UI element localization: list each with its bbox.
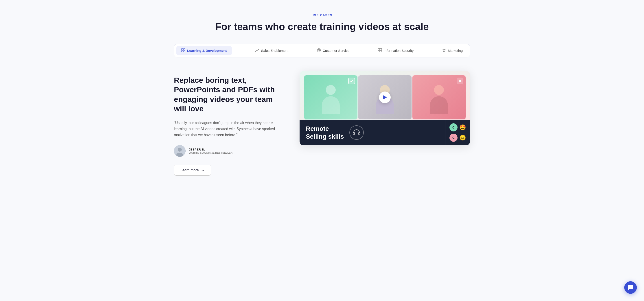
tab-marketing-label: Marketing <box>448 49 463 52</box>
thumbnail-green <box>304 75 358 120</box>
thumbnail-pink <box>412 75 466 120</box>
reaction-emoji-1: 🤩 <box>459 124 466 131</box>
svg-rect-6 <box>319 50 320 51</box>
svg-rect-17 <box>353 132 354 135</box>
svg-marker-11 <box>442 49 446 52</box>
tab-information-security[interactable]: Information Security <box>373 46 418 55</box>
video-bottom: Remote Selling skills <box>300 120 470 145</box>
reaction-circle-1: C <box>450 123 458 131</box>
svg-rect-2 <box>182 50 183 52</box>
video-title-line2: Selling skills <box>306 133 344 140</box>
body-green <box>322 96 340 114</box>
check-badge <box>348 78 355 84</box>
tabs-bar: Learning & Development Sales Enablement … <box>174 44 470 57</box>
learn-more-label: Learn more <box>180 168 199 172</box>
video-title-line1: Remote <box>306 125 344 133</box>
svg-rect-3 <box>184 50 185 52</box>
play-button[interactable] <box>379 91 391 103</box>
reaction-circle-2: C <box>450 134 458 142</box>
svg-point-13 <box>178 148 182 152</box>
section-label: USE CASES <box>174 13 470 17</box>
video-title-area: Remote Selling skills <box>300 120 445 145</box>
tab-sales-label: Sales Enablement <box>261 49 288 52</box>
learning-icon <box>181 48 185 53</box>
svg-rect-1 <box>184 48 185 50</box>
thumbnail-neutral <box>358 75 412 120</box>
customer-icon <box>317 48 321 53</box>
svg-rect-0 <box>182 48 183 50</box>
reaction-row-2: C 😑 <box>450 134 466 142</box>
x-badge <box>457 78 463 84</box>
body-pink <box>430 96 448 114</box>
svg-rect-7 <box>378 48 380 50</box>
chat-icon <box>628 285 634 291</box>
avatar <box>174 145 186 157</box>
testimonial-info: JESPER B. Learning Specialist at BESTSEL… <box>189 148 232 154</box>
video-thumbnails <box>300 71 470 120</box>
marketing-icon <box>442 48 446 53</box>
text-column: Replace boring text, PowerPoints and PDF… <box>174 71 282 176</box>
tab-learning-development[interactable]: Learning & Development <box>176 46 232 55</box>
learn-more-button[interactable]: Learn more → <box>174 165 211 176</box>
tab-learning-label: Learning & Development <box>187 49 227 52</box>
svg-rect-8 <box>380 48 382 50</box>
quote-text: "Usually, our colleagues don't jump in t… <box>174 120 282 138</box>
head-green <box>326 85 336 95</box>
headset-icon <box>350 125 364 140</box>
section-title: For teams who create training videos at … <box>174 21 470 33</box>
testimonial: JESPER B. Learning Specialist at BESTSEL… <box>174 145 282 157</box>
video-title: Remote Selling skills <box>306 125 344 140</box>
arrow-icon: → <box>201 168 205 172</box>
tab-security-label: Information Security <box>384 49 414 52</box>
chat-bubble-button[interactable] <box>624 281 637 294</box>
page-wrapper: USE CASES For teams who create training … <box>165 0 479 194</box>
visual-column: Remote Selling skills <box>300 71 470 145</box>
svg-rect-10 <box>380 50 382 52</box>
testimonial-role: Learning Specialist at BESTSELLER <box>189 151 232 154</box>
tab-marketing[interactable]: Marketing <box>437 46 468 55</box>
tab-sales-enablement[interactable]: Sales Enablement <box>250 46 293 55</box>
sales-icon <box>255 49 259 53</box>
silhouette-green <box>312 80 350 119</box>
video-card: Remote Selling skills <box>300 71 470 145</box>
svg-rect-9 <box>378 50 380 52</box>
reaction-emoji-2: 😑 <box>459 135 466 141</box>
svg-rect-5 <box>318 50 318 51</box>
tab-customer-label: Customer Service <box>323 49 350 52</box>
content-area: Replace boring text, PowerPoints and PDF… <box>174 71 470 176</box>
security-icon <box>378 48 382 53</box>
video-reactions: C 🤩 C 😑 <box>445 120 470 145</box>
content-heading: Replace boring text, PowerPoints and PDF… <box>174 75 282 113</box>
testimonial-name: JESPER B. <box>189 148 232 151</box>
play-icon <box>383 95 387 99</box>
tab-customer-service[interactable]: Customer Service <box>312 46 354 55</box>
head-pink <box>434 85 444 95</box>
silhouette-pink <box>420 80 458 119</box>
reaction-row-1: C 🤩 <box>450 123 466 131</box>
svg-rect-18 <box>358 132 360 135</box>
